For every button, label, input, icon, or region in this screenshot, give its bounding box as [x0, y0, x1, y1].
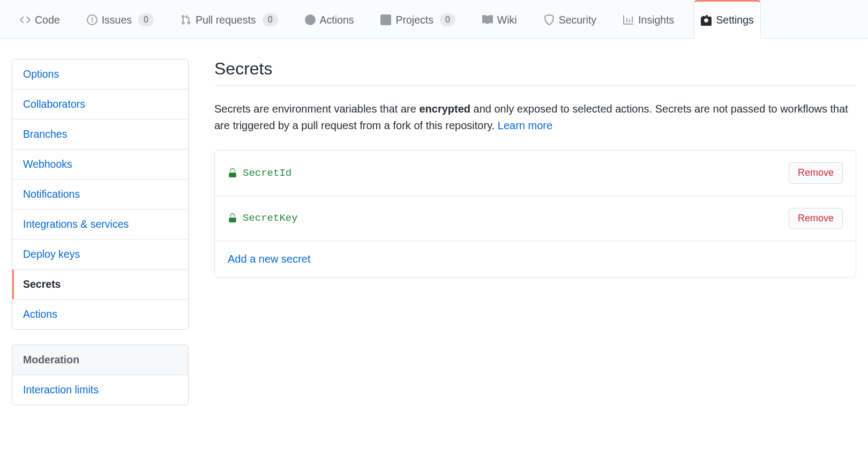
- moderation-menu: Moderation Interaction limits: [12, 345, 189, 405]
- settings-menu: Options Collaborators Branches Webhooks …: [12, 59, 189, 330]
- tab-settings[interactable]: Settings: [694, 0, 760, 39]
- tab-insights[interactable]: Insights: [616, 0, 681, 38]
- secret-row: SecretKey Remove: [215, 196, 856, 242]
- repo-tabs: Code Issues 0 Pull requests 0 Actions Pr…: [0, 0, 868, 39]
- tab-pulls-label: Pull requests: [196, 14, 256, 26]
- sidebar-item-interaction-limits[interactable]: Interaction limits: [12, 375, 188, 405]
- sidebar-item-options[interactable]: Options: [12, 59, 188, 89]
- issues-count: 0: [138, 13, 154, 26]
- secrets-list: SecretId Remove SecretKey Remove Add a n…: [214, 150, 856, 278]
- tab-code[interactable]: Code: [13, 0, 67, 38]
- sidebar-item-actions[interactable]: Actions: [12, 300, 188, 329]
- tab-actions-label: Actions: [320, 14, 354, 26]
- shield-icon: [544, 14, 555, 25]
- secret-row: SecretId Remove: [215, 151, 856, 196]
- project-icon: [380, 14, 391, 25]
- pulls-count: 0: [263, 13, 278, 26]
- sidebar-item-secrets[interactable]: Secrets: [12, 270, 188, 300]
- page-title: Secrets: [214, 59, 856, 86]
- tab-pull-requests[interactable]: Pull requests 0: [174, 0, 285, 38]
- tab-issues-label: Issues: [102, 14, 132, 26]
- main-content: Secrets Secrets are environment variable…: [214, 59, 856, 405]
- tab-issues[interactable]: Issues 0: [80, 0, 161, 38]
- tab-wiki-label: Wiki: [497, 14, 517, 26]
- tab-code-label: Code: [35, 14, 60, 26]
- add-secret-row: Add a new secret: [215, 241, 856, 277]
- tab-settings-label: Settings: [716, 14, 753, 26]
- projects-count: 0: [440, 13, 455, 26]
- book-icon: [482, 14, 493, 25]
- remove-secret-button[interactable]: Remove: [789, 162, 843, 184]
- lock-icon: [228, 168, 237, 178]
- sidebar-item-notifications[interactable]: Notifications: [12, 180, 188, 210]
- sidebar-item-deploy-keys[interactable]: Deploy keys: [12, 240, 188, 270]
- secret-name: SecretKey: [228, 212, 298, 224]
- code-icon: [20, 14, 31, 25]
- secret-name: SecretId: [228, 167, 291, 179]
- graph-icon: [623, 14, 634, 25]
- git-pull-request-icon: [181, 14, 191, 25]
- tab-security-label: Security: [559, 14, 596, 26]
- tab-projects-label: Projects: [395, 14, 433, 26]
- lock-icon: [228, 213, 237, 223]
- play-icon: [305, 14, 316, 25]
- settings-sidebar: Options Collaborators Branches Webhooks …: [12, 59, 189, 405]
- tab-wiki[interactable]: Wiki: [475, 0, 524, 38]
- add-secret-link[interactable]: Add a new secret: [228, 253, 311, 265]
- moderation-heading: Moderation: [12, 345, 188, 375]
- tab-insights-label: Insights: [638, 14, 674, 26]
- tab-security[interactable]: Security: [537, 0, 603, 38]
- gear-icon: [701, 15, 712, 26]
- tab-actions[interactable]: Actions: [298, 0, 361, 38]
- learn-more-link[interactable]: Learn more: [498, 120, 552, 131]
- sidebar-item-collaborators[interactable]: Collaborators: [12, 89, 188, 120]
- secrets-description: Secrets are environment variables that a…: [214, 101, 856, 134]
- sidebar-item-webhooks[interactable]: Webhooks: [12, 150, 188, 180]
- sidebar-item-integrations[interactable]: Integrations & services: [12, 210, 188, 240]
- remove-secret-button[interactable]: Remove: [789, 208, 843, 229]
- sidebar-item-branches[interactable]: Branches: [12, 120, 188, 150]
- tab-projects[interactable]: Projects 0: [373, 0, 462, 38]
- issue-opened-icon: [87, 14, 98, 25]
